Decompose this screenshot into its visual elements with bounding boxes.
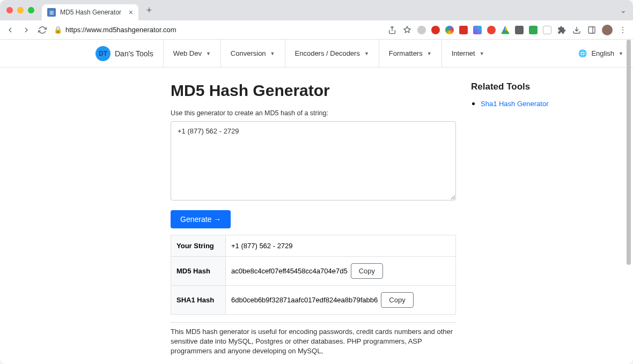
forward-button[interactable] bbox=[21, 25, 31, 35]
close-tab-icon[interactable]: × bbox=[129, 8, 133, 17]
nav-webdev[interactable]: Web Dev▼ bbox=[163, 40, 220, 67]
extension-icon[interactable] bbox=[515, 26, 524, 34]
bookmark-icon[interactable] bbox=[402, 25, 412, 35]
tab-title: MD5 Hash Generator bbox=[60, 9, 121, 16]
related-tool-link[interactable]: Sha1 Hash Generator bbox=[481, 100, 548, 108]
globe-icon: 🌐 bbox=[578, 49, 587, 57]
sidebar: Related Tools Sha1 Hash Generator bbox=[471, 81, 578, 108]
svg-rect-0 bbox=[588, 27, 595, 33]
favicon-icon: ⊞ bbox=[47, 8, 56, 17]
copy-button[interactable]: Copy bbox=[381, 292, 413, 308]
row-label: SHA1 Hash bbox=[171, 286, 226, 315]
extension-icon[interactable] bbox=[417, 26, 426, 34]
caret-down-icon: ▼ bbox=[206, 51, 211, 56]
extension-icon[interactable] bbox=[445, 26, 454, 34]
sidebar-title: Related Tools bbox=[471, 81, 578, 92]
caret-down-icon: ▼ bbox=[480, 51, 484, 56]
svg-point-3 bbox=[622, 29, 623, 31]
caret-down-icon: ▼ bbox=[364, 51, 369, 56]
extension-icon[interactable] bbox=[501, 26, 510, 34]
description-text: This MD5 hash generator is useful for en… bbox=[171, 322, 456, 356]
brand[interactable]: DT Dan's Tools bbox=[86, 40, 163, 67]
table-row: Your String +1 (877) 562 - 2729 bbox=[171, 235, 456, 257]
main-column: MD5 Hash Generator Use this generator to… bbox=[171, 81, 456, 356]
row-label: Your String bbox=[171, 235, 226, 257]
window-titlebar: ⊞ MD5 Hash Generator × + ⌄ bbox=[0, 0, 633, 20]
window-controls bbox=[6, 7, 34, 13]
hash-value: 6db0ceb6b9f32871aafc017edf824ea8b79fabb6 bbox=[231, 296, 378, 304]
lock-icon: 🔒 bbox=[54, 26, 62, 34]
extension-icon[interactable] bbox=[543, 26, 551, 34]
caret-down-icon: ▼ bbox=[427, 51, 432, 56]
nav-encoders[interactable]: Encoders / Decoders▼ bbox=[285, 40, 379, 67]
site-navbar: DT Dan's Tools Web Dev▼ Conversion▼ Enco… bbox=[0, 40, 633, 68]
hash-value: ac0be8c4cef07eff45458cc4a704e7d5 bbox=[231, 267, 348, 275]
browser-tab[interactable]: ⊞ MD5 Hash Generator × bbox=[42, 4, 138, 20]
menu-icon[interactable] bbox=[618, 25, 628, 35]
nav-language[interactable]: 🌐 English ▼ bbox=[569, 40, 633, 67]
back-button[interactable] bbox=[5, 25, 15, 35]
result-table: Your String +1 (877) 562 - 2729 MD5 Hash… bbox=[171, 235, 456, 315]
caret-down-icon: ▼ bbox=[270, 51, 275, 56]
nav-formatters[interactable]: Formatters▼ bbox=[379, 40, 441, 67]
page-content: DT Dan's Tools Web Dev▼ Conversion▼ Enco… bbox=[0, 40, 633, 364]
download-icon[interactable] bbox=[572, 25, 582, 35]
caret-down-icon: ▼ bbox=[619, 51, 623, 56]
row-value-cell: 6db0ceb6b9f32871aafc017edf824ea8b79fabb6… bbox=[226, 286, 456, 315]
nav-label: English bbox=[591, 49, 614, 57]
nav-label: Encoders / Decoders bbox=[295, 49, 360, 57]
related-tool-item: Sha1 Hash Generator bbox=[481, 99, 578, 108]
svg-point-2 bbox=[622, 27, 623, 28]
address-bar[interactable]: 🔒 https://www.md5hashgenerator.com bbox=[54, 26, 176, 34]
page-title: MD5 Hash Generator bbox=[171, 81, 456, 100]
close-window-button[interactable] bbox=[6, 7, 13, 13]
new-tab-button[interactable]: + bbox=[142, 3, 157, 18]
scrollbar-track bbox=[625, 40, 632, 364]
share-icon[interactable] bbox=[387, 25, 397, 35]
row-value: +1 (877) 562 - 2729 bbox=[226, 235, 456, 257]
row-value-cell: ac0be8c4cef07eff45458cc4a704e7d5Copy bbox=[226, 257, 456, 286]
nav-label: Web Dev bbox=[173, 49, 202, 57]
nav-label: Conversion bbox=[231, 49, 266, 57]
nav-label: Formatters bbox=[389, 49, 423, 57]
hash-input[interactable] bbox=[171, 121, 456, 200]
row-label: MD5 Hash bbox=[171, 257, 226, 286]
maximize-window-button[interactable] bbox=[28, 7, 34, 13]
minimize-window-button[interactable] bbox=[17, 7, 24, 13]
extension-icon[interactable] bbox=[431, 26, 440, 34]
extensions-puzzle-icon[interactable] bbox=[557, 25, 566, 35]
tabs-dropdown-icon[interactable]: ⌄ bbox=[620, 6, 627, 14]
reload-button[interactable] bbox=[38, 25, 47, 35]
browser-toolbar: 🔒 https://www.md5hashgenerator.com bbox=[0, 20, 633, 40]
copy-button[interactable]: Copy bbox=[351, 263, 383, 279]
extension-icon[interactable] bbox=[487, 26, 496, 34]
table-row: MD5 Hash ac0be8c4cef07eff45458cc4a704e7d… bbox=[171, 257, 456, 286]
nav-internet[interactable]: Internet▼ bbox=[441, 40, 494, 67]
brand-text: Dan's Tools bbox=[115, 49, 153, 58]
profile-avatar[interactable] bbox=[602, 25, 613, 35]
nav-conversion[interactable]: Conversion▼ bbox=[220, 40, 285, 67]
brand-logo-icon: DT bbox=[95, 46, 111, 61]
subtitle: Use this generator to create an MD5 hash… bbox=[171, 109, 456, 117]
generate-button[interactable]: Generate → bbox=[171, 210, 231, 228]
scrollbar-thumb[interactable] bbox=[627, 40, 631, 265]
panel-icon[interactable] bbox=[587, 25, 597, 35]
svg-point-4 bbox=[622, 32, 623, 33]
extension-icon[interactable] bbox=[473, 26, 482, 34]
nav-label: Internet bbox=[452, 49, 475, 57]
toolbar-actions bbox=[387, 25, 628, 35]
extension-icon[interactable] bbox=[459, 26, 468, 34]
extension-icon[interactable] bbox=[529, 26, 538, 34]
table-row: SHA1 Hash 6db0ceb6b9f32871aafc017edf824e… bbox=[171, 286, 456, 315]
url-text: https://www.md5hashgenerator.com bbox=[65, 26, 176, 34]
